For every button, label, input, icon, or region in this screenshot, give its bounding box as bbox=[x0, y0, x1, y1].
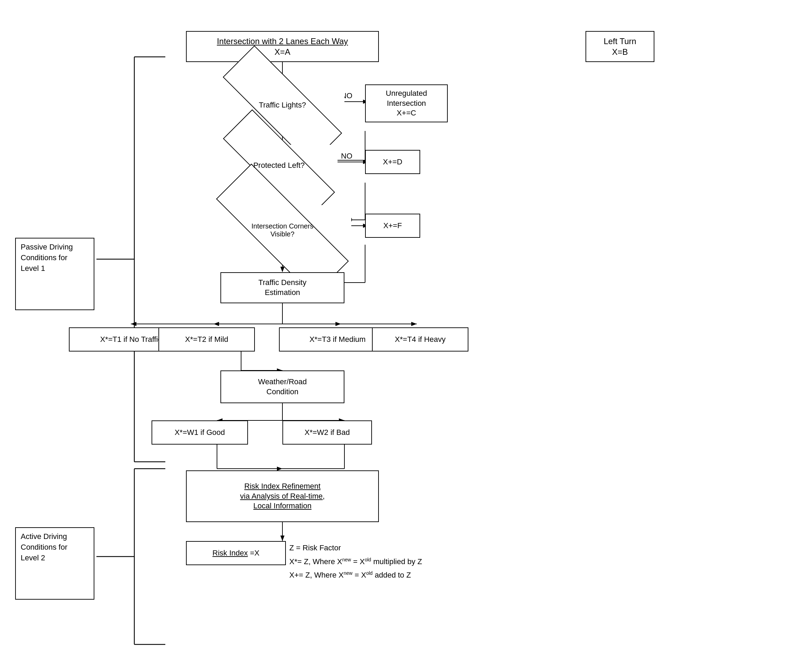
t1-label: X*=T1 if No Traffic bbox=[100, 334, 162, 344]
legend-line3: X+= Z, Where Xnew = Xold added to Z bbox=[289, 568, 422, 582]
w2-box: X*=W2 if Bad bbox=[282, 420, 372, 445]
diagram-container: NO NO NO bbox=[0, 0, 808, 672]
svg-marker-34 bbox=[411, 322, 417, 326]
unregulated-box: UnregulatedIntersectionX+=C bbox=[365, 84, 448, 122]
risk-index-label: Risk Index =X bbox=[212, 548, 259, 558]
left-turn-label: Left TurnX=B bbox=[604, 36, 636, 57]
traffic-density-box: Traffic DensityEstimation bbox=[220, 272, 344, 303]
xplusd-label: X+=D bbox=[383, 157, 402, 167]
w1-box: X*=W1 if Good bbox=[152, 420, 248, 445]
traffic-lights-label: Traffic Lights? bbox=[259, 100, 306, 110]
w2-label: X*=W2 if Bad bbox=[304, 428, 350, 438]
weather-road-label: Weather/RoadCondition bbox=[258, 377, 307, 397]
w1-label: X*=W1 if Good bbox=[175, 428, 225, 438]
legend-line1: Z = Risk Factor bbox=[289, 541, 422, 555]
unregulated-label: UnregulatedIntersectionX+=C bbox=[386, 89, 427, 118]
corners-visible-diamond: Intersection CornersVisible? bbox=[214, 205, 351, 255]
svg-marker-32 bbox=[336, 322, 341, 326]
intersection-box: Intersection with 2 Lanes Each Way X=A bbox=[186, 31, 379, 62]
svg-marker-19 bbox=[280, 267, 284, 272]
legend-area: Z = Risk Factor X*= Z, Where Xnew = Xold… bbox=[289, 541, 422, 582]
t2-box: X*=T2 if Mild bbox=[159, 328, 255, 351]
intersection-label: Intersection with 2 Lanes Each Way X=A bbox=[217, 36, 348, 57]
svg-marker-49 bbox=[280, 535, 284, 541]
xplusf-label: X+=F bbox=[383, 221, 402, 231]
weather-road-box: Weather/RoadCondition bbox=[220, 371, 344, 403]
passive-label: Passive DrivingConditions forLevel 1 bbox=[15, 238, 94, 310]
svg-marker-28 bbox=[131, 322, 136, 326]
t4-box: X*=T4 if Heavy bbox=[372, 328, 468, 351]
active-label: Active DrivingConditions forLevel 2 bbox=[15, 527, 94, 600]
t2-label: X*=T2 if Mild bbox=[185, 334, 228, 344]
risk-refinement-label: Risk Index Refinementvia Analysis of Rea… bbox=[240, 481, 325, 511]
risk-refinement-box: Risk Index Refinementvia Analysis of Rea… bbox=[186, 470, 379, 522]
traffic-lights-diamond: Traffic Lights? bbox=[220, 83, 344, 127]
xplusf-box: X+=F bbox=[365, 214, 420, 238]
t3-label: X*=T3 if Medium bbox=[309, 334, 366, 344]
xplusd-box: X+=D bbox=[365, 150, 420, 174]
left-turn-box: Left TurnX=B bbox=[586, 31, 654, 62]
corners-visible-label: Intersection CornersVisible? bbox=[251, 222, 314, 238]
protected-left-label: Protected Left? bbox=[253, 161, 304, 170]
legend-line2: X*= Z, Where Xnew = Xold multiplied by Z bbox=[289, 555, 422, 568]
traffic-density-label: Traffic DensityEstimation bbox=[258, 278, 306, 298]
t4-label: X*=T4 if Heavy bbox=[395, 334, 445, 344]
svg-marker-30 bbox=[214, 322, 219, 326]
risk-index-box: Risk Index =X bbox=[186, 541, 286, 565]
svg-text:NO: NO bbox=[341, 152, 352, 160]
